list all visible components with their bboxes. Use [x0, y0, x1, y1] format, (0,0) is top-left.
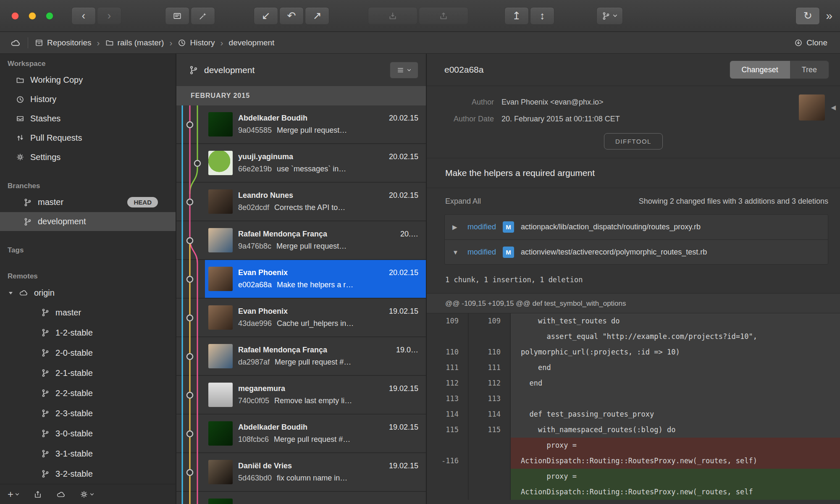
old-line-number: 109 — [427, 313, 469, 329]
collapse-panel-icon[interactable]: ◀ — [831, 104, 836, 111]
gear-icon — [80, 490, 88, 499]
remote-branch-item[interactable]: 3-1-stable — [0, 444, 176, 464]
refresh-button[interactable]: ↻ — [795, 7, 820, 25]
graph-spacer — [176, 337, 205, 375]
commit-panel: development FEBRUARY 2015 — [176, 54, 427, 504]
export-button[interactable] — [34, 490, 42, 499]
commit-row[interactable]: Leandro Nunes 20.02.15 8e02dcdf Corrects… — [176, 183, 426, 221]
tab-changeset[interactable]: Changeset — [730, 61, 790, 79]
remote-branch-item[interactable]: 2-0-stable — [0, 343, 176, 363]
remote-branch-item[interactable]: master — [0, 302, 176, 323]
remote-branch-item[interactable]: 2-2-stable — [0, 383, 176, 403]
remote-branch-item[interactable]: 2-1-stable — [0, 363, 176, 383]
back-button[interactable]: ‹ — [71, 7, 96, 25]
close-button[interactable] — [12, 12, 19, 19]
branch-icon — [41, 470, 50, 478]
new-line-number: 111 — [469, 360, 511, 375]
avatar — [208, 383, 233, 407]
diff-code: proxy = — [511, 438, 840, 453]
remote-branch-item[interactable]: 1-2-stable — [0, 323, 176, 343]
minimize-button[interactable] — [29, 12, 36, 19]
commit-row[interactable]: Rafael Mendonça França 20.… 9a476b8c Mer… — [176, 221, 426, 260]
branch-menu-button[interactable] — [596, 7, 623, 25]
reset-button[interactable]: ↶ — [279, 7, 304, 25]
commit-row[interactable]: Evan Phoenix 19.02.15 43dae996 Cache url… — [176, 299, 426, 337]
tags-section-title: Tags — [0, 240, 176, 257]
branch-icon — [41, 308, 50, 317]
changed-file-list: ▶ modified M actionpack/lib/action_dispa… — [444, 214, 828, 265]
commit-author: meganemura — [238, 384, 285, 393]
sidebar-item-history[interactable]: History — [0, 90, 176, 109]
commit-row[interactable]: Evan Phoenix 20.02.15 e002a68a Make the … — [176, 260, 426, 299]
toolbar-overflow-icon[interactable]: » — [826, 9, 832, 23]
detail-header: e002a68a Changeset Tree — [427, 54, 840, 86]
gear-icon — [16, 153, 24, 161]
sidebar-item-pull-requests[interactable]: Pull Requests — [0, 128, 176, 147]
graph-spacer — [176, 105, 205, 143]
commit-row[interactable]: Abdelkader Boudih 19.02.15 108fcbc6 Merg… — [176, 415, 426, 453]
clone-icon — [794, 39, 803, 47]
file-row[interactable]: ▼ modified M actionview/test/activerecor… — [445, 239, 828, 264]
clone-button[interactable]: Clone — [794, 38, 827, 47]
new-line-number: 113 — [469, 391, 511, 407]
list-options-dropdown[interactable] — [390, 62, 418, 79]
commit-button[interactable] — [165, 7, 189, 25]
graph-spacer — [176, 492, 205, 504]
expand-all-button[interactable]: Expand All — [445, 197, 481, 206]
file-status: modified — [467, 248, 496, 257]
merge-button[interactable]: ↗ — [305, 7, 329, 25]
sidebar-item-stashes[interactable]: Stashes — [0, 109, 176, 129]
settings-menu-button[interactable] — [80, 490, 94, 499]
commit-row[interactable]: meganemura 19.02.15 740c0f05 Remove last… — [176, 376, 426, 415]
zoom-button[interactable] — [46, 12, 53, 19]
breadcrumb-repo[interactable]: rails (master) — [105, 38, 164, 47]
sidebar-branch-master[interactable]: master HEAD — [0, 193, 176, 212]
commit-date: 19.02.15 — [385, 423, 426, 432]
stash-button[interactable] — [368, 7, 417, 25]
commit-row[interactable]: Abdelkader Boudih 19.02.15 — [176, 492, 426, 504]
branch-icon — [189, 66, 198, 75]
avatar — [208, 344, 233, 368]
commit-hash: 66e2e19b — [238, 165, 272, 173]
sidebar-item-settings[interactable]: Settings — [0, 147, 176, 167]
sidebar-remote-origin[interactable]: origin — [0, 283, 176, 302]
stash-save-icon — [388, 11, 397, 21]
commit-row[interactable]: Rafael Mendonça França 19.0… da2987af Me… — [176, 337, 426, 376]
commit-hash: 5d463bd0 — [238, 474, 272, 483]
remote-branch-item[interactable]: 3-2-stable — [0, 464, 176, 484]
push-button[interactable]: ↥ — [504, 7, 529, 25]
checkout-button[interactable]: ↙ — [254, 7, 278, 25]
sidebar-branch-development[interactable]: development — [0, 212, 176, 231]
disclosure-triangle-icon[interactable] — [8, 291, 13, 295]
sidebar-item-label: History — [30, 94, 56, 104]
window-toolbar: ‹ › ↙ ↶ ↗ ↥ ↕ — [0, 0, 840, 32]
new-line-number: 109 — [469, 313, 511, 329]
breadcrumb-branch[interactable]: development — [229, 38, 275, 47]
commit-row[interactable]: yuuji.yaginuma 20.02.15 66e2e19b use `me… — [176, 144, 426, 183]
magic-wand-icon — [198, 11, 207, 21]
add-repository-button[interactable]: + — [8, 488, 19, 500]
file-row[interactable]: ▶ modified M actionpack/lib/action_dispa… — [445, 215, 828, 239]
difftool-button[interactable]: DIFFTOOL — [604, 133, 663, 150]
new-line-number: 115 — [469, 422, 511, 438]
remote-branch-item[interactable]: 3-0-stable — [0, 423, 176, 444]
cloud-icon[interactable] — [10, 39, 21, 47]
disclosure-icon[interactable]: ▶ — [452, 223, 461, 231]
diff-code: proxy = — [511, 469, 840, 484]
commit-row[interactable]: Abdelkader Boudih 20.02.15 9a045585 Merg… — [176, 105, 426, 144]
breadcrumb-history[interactable]: History — [178, 38, 215, 47]
cloud-button[interactable] — [56, 491, 66, 498]
breadcrumb-repositories[interactable]: Repositories — [35, 38, 92, 47]
commit-row[interactable]: Daniël de Vries 19.02.15 5d463bd0 fix co… — [176, 453, 426, 492]
commit-message: Corrects the API to… — [274, 203, 345, 212]
diff-code: end — [511, 360, 840, 375]
remote-branch-item[interactable]: 2-3-stable — [0, 403, 176, 423]
tab-tree[interactable]: Tree — [790, 61, 829, 79]
pull-button[interactable]: ↕ — [530, 7, 554, 25]
discard-button[interactable] — [191, 7, 215, 25]
disclosure-icon[interactable]: ▼ — [452, 249, 461, 256]
unstash-button[interactable] — [419, 7, 468, 25]
sidebar-item-working-copy[interactable]: Working Copy — [0, 71, 176, 90]
forward-button[interactable]: › — [97, 7, 121, 25]
chunk-summary: 1 chunk, 1 insertion, 1 deletion — [427, 265, 840, 293]
